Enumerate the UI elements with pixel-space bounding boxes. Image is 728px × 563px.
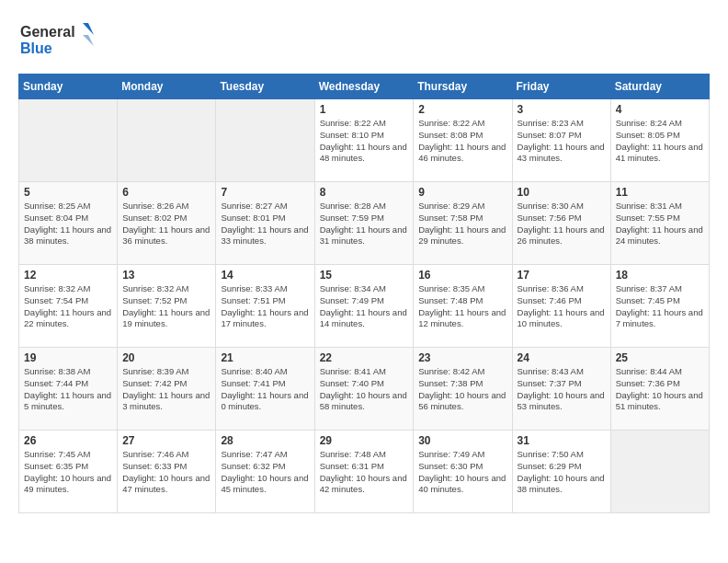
day-info: Sunrise: 8:35 AM Sunset: 7:48 PM Dayligh… [418, 283, 506, 330]
calendar-day-cell: 16Sunrise: 8:35 AM Sunset: 7:48 PM Dayli… [414, 265, 512, 348]
calendar-week-row: 5Sunrise: 8:25 AM Sunset: 8:04 PM Daylig… [19, 182, 710, 265]
day-info: Sunrise: 8:34 AM Sunset: 7:49 PM Dayligh… [320, 283, 409, 330]
calendar-week-row: 26Sunrise: 7:45 AM Sunset: 6:35 PM Dayli… [19, 431, 710, 513]
day-info: Sunrise: 8:32 AM Sunset: 7:52 PM Dayligh… [122, 283, 210, 330]
day-number: 16 [418, 269, 506, 282]
calendar-day-cell: 7Sunrise: 8:27 AM Sunset: 8:01 PM Daylig… [216, 182, 314, 265]
calendar-header-row: SundayMondayTuesdayWednesdayThursdayFrid… [19, 75, 710, 99]
calendar-day-cell: 23Sunrise: 8:42 AM Sunset: 7:38 PM Dayli… [414, 348, 512, 431]
day-number: 25 [616, 351, 704, 364]
calendar-day-cell: 10Sunrise: 8:30 AM Sunset: 7:56 PM Dayli… [512, 182, 610, 265]
calendar-day-cell: 4Sunrise: 8:24 AM Sunset: 8:05 PM Daylig… [610, 99, 709, 182]
day-info: Sunrise: 8:42 AM Sunset: 7:38 PM Dayligh… [418, 366, 506, 413]
calendar-day-cell: 27Sunrise: 7:46 AM Sunset: 6:33 PM Dayli… [118, 431, 216, 513]
calendar-day-cell: 19Sunrise: 8:38 AM Sunset: 7:44 PM Dayli… [19, 348, 118, 431]
day-info: Sunrise: 8:40 AM Sunset: 7:41 PM Dayligh… [221, 366, 309, 413]
day-number: 13 [122, 269, 210, 282]
day-number: 8 [320, 186, 409, 199]
day-number: 24 [518, 351, 606, 364]
calendar-day-cell: 29Sunrise: 7:48 AM Sunset: 6:31 PM Dayli… [314, 431, 414, 513]
day-number: 19 [24, 351, 112, 364]
day-number: 7 [221, 186, 309, 199]
day-number: 18 [616, 269, 704, 282]
weekday-header: Thursday [414, 75, 512, 99]
day-number: 15 [320, 269, 409, 282]
calendar-week-row: 12Sunrise: 8:32 AM Sunset: 7:54 PM Dayli… [19, 265, 710, 348]
logo: GeneralBlue [18, 18, 101, 59]
day-info: Sunrise: 8:25 AM Sunset: 8:04 PM Dayligh… [24, 201, 112, 247]
day-number: 21 [221, 351, 309, 364]
day-info: Sunrise: 8:41 AM Sunset: 7:40 PM Dayligh… [320, 366, 409, 413]
day-info: Sunrise: 8:33 AM Sunset: 7:51 PM Dayligh… [221, 283, 309, 330]
day-info: Sunrise: 8:22 AM Sunset: 8:10 PM Dayligh… [320, 118, 409, 165]
calendar-day-cell: 2Sunrise: 8:22 AM Sunset: 8:08 PM Daylig… [414, 99, 512, 182]
svg-marker-2 [83, 23, 94, 35]
calendar-day-cell: 31Sunrise: 7:50 AM Sunset: 6:29 PM Dayli… [512, 431, 610, 513]
day-number: 10 [518, 186, 606, 199]
day-number: 31 [518, 434, 606, 447]
calendar-day-cell: 14Sunrise: 8:33 AM Sunset: 7:51 PM Dayli… [216, 265, 314, 348]
calendar-day-cell: 3Sunrise: 8:23 AM Sunset: 8:07 PM Daylig… [512, 99, 610, 182]
calendar-table: SundayMondayTuesdayWednesdayThursdayFrid… [18, 74, 710, 513]
calendar-day-cell: 26Sunrise: 7:45 AM Sunset: 6:35 PM Dayli… [19, 431, 118, 513]
svg-text:Blue: Blue [20, 40, 52, 56]
day-info: Sunrise: 8:23 AM Sunset: 8:07 PM Dayligh… [518, 118, 606, 165]
day-number: 6 [122, 186, 210, 199]
day-number: 11 [616, 186, 704, 199]
calendar-day-cell [216, 99, 314, 182]
calendar-day-cell [19, 99, 118, 182]
calendar-day-cell: 20Sunrise: 8:39 AM Sunset: 7:42 PM Dayli… [118, 348, 216, 431]
calendar-day-cell: 17Sunrise: 8:36 AM Sunset: 7:46 PM Dayli… [512, 265, 610, 348]
weekday-header: Monday [118, 75, 216, 99]
day-info: Sunrise: 8:24 AM Sunset: 8:05 PM Dayligh… [616, 118, 704, 165]
weekday-header: Saturday [610, 75, 709, 99]
day-number: 29 [320, 434, 409, 447]
day-info: Sunrise: 8:32 AM Sunset: 7:54 PM Dayligh… [24, 283, 112, 330]
calendar-day-cell: 1Sunrise: 8:22 AM Sunset: 8:10 PM Daylig… [314, 99, 414, 182]
day-number: 4 [616, 103, 704, 116]
day-info: Sunrise: 8:37 AM Sunset: 7:45 PM Dayligh… [616, 283, 704, 330]
day-number: 23 [418, 351, 506, 364]
calendar-day-cell: 21Sunrise: 8:40 AM Sunset: 7:41 PM Dayli… [216, 348, 314, 431]
day-info: Sunrise: 8:43 AM Sunset: 7:37 PM Dayligh… [518, 366, 606, 413]
day-info: Sunrise: 8:27 AM Sunset: 8:01 PM Dayligh… [221, 201, 309, 247]
day-number: 12 [24, 269, 112, 282]
day-info: Sunrise: 8:44 AM Sunset: 7:36 PM Dayligh… [616, 366, 704, 413]
calendar-day-cell: 22Sunrise: 8:41 AM Sunset: 7:40 PM Dayli… [314, 348, 414, 431]
day-number: 1 [320, 103, 409, 116]
day-info: Sunrise: 8:38 AM Sunset: 7:44 PM Dayligh… [24, 366, 112, 413]
day-number: 26 [24, 434, 112, 447]
day-number: 3 [518, 103, 606, 116]
day-number: 9 [418, 186, 506, 199]
weekday-header: Friday [512, 75, 610, 99]
day-number: 17 [518, 269, 606, 282]
weekday-header: Tuesday [216, 75, 314, 99]
day-number: 5 [24, 186, 112, 199]
day-info: Sunrise: 7:47 AM Sunset: 6:32 PM Dayligh… [221, 449, 309, 496]
day-number: 27 [122, 434, 210, 447]
day-info: Sunrise: 8:28 AM Sunset: 7:59 PM Dayligh… [320, 201, 409, 247]
day-number: 30 [418, 434, 506, 447]
calendar-day-cell [118, 99, 216, 182]
calendar-day-cell: 15Sunrise: 8:34 AM Sunset: 7:49 PM Dayli… [314, 265, 414, 348]
weekday-header: Wednesday [314, 75, 414, 99]
day-number: 22 [320, 351, 409, 364]
day-info: Sunrise: 7:50 AM Sunset: 6:29 PM Dayligh… [518, 449, 606, 496]
day-info: Sunrise: 8:29 AM Sunset: 7:58 PM Dayligh… [418, 201, 506, 247]
calendar-day-cell: 11Sunrise: 8:31 AM Sunset: 7:55 PM Dayli… [610, 182, 709, 265]
day-info: Sunrise: 8:26 AM Sunset: 8:02 PM Dayligh… [122, 201, 210, 247]
calendar-day-cell: 18Sunrise: 8:37 AM Sunset: 7:45 PM Dayli… [610, 265, 709, 348]
day-number: 14 [221, 269, 309, 282]
calendar-day-cell: 9Sunrise: 8:29 AM Sunset: 7:58 PM Daylig… [414, 182, 512, 265]
calendar-day-cell: 25Sunrise: 8:44 AM Sunset: 7:36 PM Dayli… [610, 348, 709, 431]
day-info: Sunrise: 8:31 AM Sunset: 7:55 PM Dayligh… [616, 201, 704, 247]
calendar-day-cell: 28Sunrise: 7:47 AM Sunset: 6:32 PM Dayli… [216, 431, 314, 513]
logo-svg: GeneralBlue [18, 18, 101, 59]
day-info: Sunrise: 8:22 AM Sunset: 8:08 PM Dayligh… [418, 118, 506, 165]
calendar-day-cell: 8Sunrise: 8:28 AM Sunset: 7:59 PM Daylig… [314, 182, 414, 265]
day-info: Sunrise: 8:30 AM Sunset: 7:56 PM Dayligh… [518, 201, 606, 247]
page-header: GeneralBlue [18, 18, 710, 59]
day-info: Sunrise: 7:49 AM Sunset: 6:30 PM Dayligh… [418, 449, 506, 496]
day-number: 2 [418, 103, 506, 116]
day-info: Sunrise: 7:45 AM Sunset: 6:35 PM Dayligh… [24, 449, 112, 496]
